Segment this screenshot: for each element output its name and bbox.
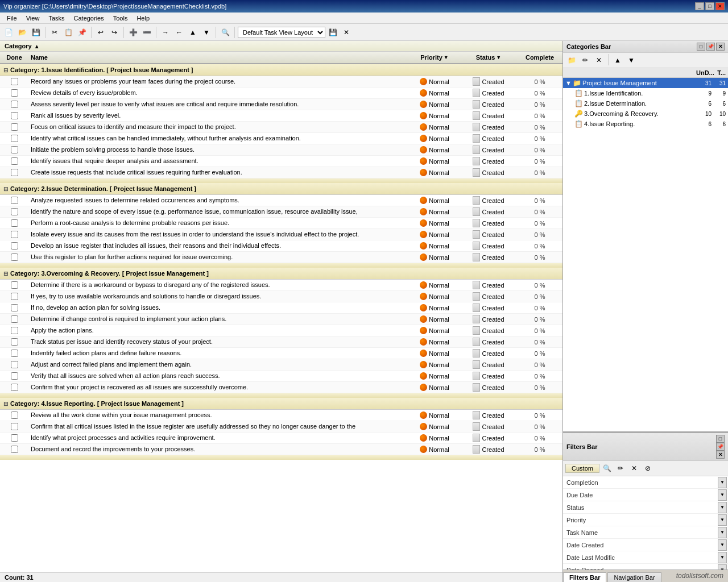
category-row[interactable]: ⊟Category: 2.Issue Determination. [ Proj…: [0, 183, 562, 195]
task-checkbox[interactable]: [11, 384, 18, 391]
task-checkbox-cell[interactable]: [0, 314, 28, 324]
task-checkbox[interactable]: [11, 112, 18, 119]
task-checkbox[interactable]: [11, 89, 18, 97]
layout-save-button[interactable]: 💾: [326, 26, 339, 39]
table-row[interactable]: Adjust and correct failed plans and impl…: [0, 359, 562, 371]
task-checkbox[interactable]: [11, 169, 18, 176]
filter-pin-button[interactable]: 📌: [716, 443, 725, 451]
task-checkbox[interactable]: [11, 304, 18, 311]
task-checkbox[interactable]: [11, 338, 18, 346]
table-row[interactable]: Identify what project processes and acti…: [0, 433, 562, 444]
table-row[interactable]: Create issue requests that include criti…: [0, 167, 562, 178]
close-button[interactable]: ✕: [715, 2, 725, 10]
task-checkbox-cell[interactable]: [0, 134, 28, 143]
task-checkbox-cell[interactable]: [0, 156, 28, 166]
filter-row-dropdown[interactable]: ▼: [718, 527, 727, 538]
menu-file[interactable]: File: [2, 14, 22, 23]
table-row[interactable]: Indentify failed action plans and define…: [0, 348, 562, 359]
filter-row-dropdown[interactable]: ▼: [718, 477, 727, 488]
cat-delete-button[interactable]: ✕: [593, 54, 605, 66]
filter-button[interactable]: 🔍: [219, 26, 231, 39]
table-row[interactable]: Develop an issue register that includes …: [0, 240, 562, 252]
task-checkbox[interactable]: [11, 315, 18, 323]
task-checkbox-cell[interactable]: [0, 360, 28, 369]
table-row[interactable]: Identify what critical issues can be han…: [0, 133, 562, 144]
task-checkbox[interactable]: [11, 361, 18, 368]
task-checkbox-cell[interactable]: [0, 99, 28, 109]
task-checkbox[interactable]: [11, 146, 18, 153]
task-checkbox[interactable]: [11, 231, 18, 238]
filter-apply-button[interactable]: 🔍: [601, 462, 613, 475]
priority-filter-button[interactable]: ▼: [444, 55, 449, 60]
menu-tools[interactable]: Tools: [109, 14, 133, 23]
layout-reset-button[interactable]: ✕: [340, 26, 353, 39]
task-checkbox-cell[interactable]: [0, 218, 28, 228]
status-filter-button[interactable]: ▼: [496, 55, 501, 60]
cat-down-button[interactable]: ▼: [625, 54, 638, 66]
category-tree-item[interactable]: 📋 2.Issue Determination. 6 6: [563, 98, 728, 109]
move-up-button[interactable]: ▲: [187, 26, 199, 39]
table-row[interactable]: Confirm that your project is recovered a…: [0, 382, 562, 393]
task-checkbox-cell[interactable]: [0, 77, 28, 86]
filter-name-button[interactable]: Custom: [565, 464, 599, 473]
table-row[interactable]: Review details of every issue/problem. N…: [0, 88, 562, 99]
filter-row-dropdown[interactable]: ▼: [718, 552, 727, 563]
category-row[interactable]: ⊟Category: 4.Issue Reporting. [ Project …: [0, 398, 562, 410]
category-sort-bar[interactable]: Category ▲: [0, 41, 562, 52]
category-tree-item[interactable]: ▼ 📁 Project Issue Management 31 31: [563, 78, 728, 88]
task-checkbox[interactable]: [11, 123, 18, 131]
table-row[interactable]: Track status per issue and identify reco…: [0, 336, 562, 348]
table-row[interactable]: Isolate every issue and its causes from …: [0, 229, 562, 240]
panel-restore-button[interactable]: □: [697, 43, 705, 51]
table-row[interactable]: Determine if change control is required …: [0, 314, 562, 325]
new-button[interactable]: 📄: [2, 26, 15, 39]
category-tree-item[interactable]: 🔑 3.Overcoming & Recovery. 10 10: [563, 109, 728, 119]
filter-clear-button[interactable]: ⊘: [642, 462, 654, 475]
task-checkbox-cell[interactable]: [0, 207, 28, 217]
cut-button[interactable]: ✂: [48, 26, 61, 39]
task-checkbox[interactable]: [11, 78, 18, 85]
menu-help[interactable]: Help: [132, 14, 154, 23]
task-checkbox[interactable]: [11, 101, 18, 108]
table-row[interactable]: Identify issues that require deeper anal…: [0, 156, 562, 167]
task-checkbox-cell[interactable]: [0, 410, 28, 420]
open-button[interactable]: 📂: [16, 26, 28, 39]
task-checkbox-cell[interactable]: [0, 444, 28, 454]
task-checkbox[interactable]: [11, 446, 18, 453]
table-row[interactable]: Rank all issues by severity level. Norma…: [0, 110, 562, 122]
task-checkbox-cell[interactable]: [0, 422, 28, 431]
indent-button[interactable]: →: [159, 26, 172, 39]
layout-dropdown[interactable]: Default Task View Layout: [238, 27, 325, 38]
table-row[interactable]: Determine if there is a workaround or by…: [0, 280, 562, 291]
task-checkbox-cell[interactable]: [0, 303, 28, 313]
task-checkbox[interactable]: [11, 293, 18, 300]
filter-close-button[interactable]: ✕: [716, 451, 725, 459]
redo-button[interactable]: ↪: [108, 26, 121, 39]
move-down-button[interactable]: ▼: [200, 26, 213, 39]
task-checkbox[interactable]: [11, 372, 18, 380]
category-row[interactable]: ⊟Category: 3.Overcoming & Recovery. [ Pr…: [0, 268, 562, 280]
task-checkbox-cell[interactable]: [0, 371, 28, 381]
table-row[interactable]: Identify the nature and scope of every i…: [0, 206, 562, 218]
minimize-button[interactable]: _: [695, 2, 704, 10]
table-row[interactable]: Initiate the problem solving process to …: [0, 144, 562, 156]
save-button[interactable]: 💾: [30, 26, 42, 39]
menu-tasks[interactable]: Tasks: [44, 14, 69, 23]
table-row[interactable]: Review all the work done within your iss…: [0, 410, 562, 421]
filter-row-dropdown[interactable]: ▼: [718, 514, 727, 526]
cat-add-button[interactable]: 📁: [565, 54, 578, 66]
cat-up-button[interactable]: ▲: [611, 54, 624, 66]
tab-filters-bar[interactable]: Filters Bar: [563, 572, 606, 582]
cat-edit-button[interactable]: ✏: [579, 54, 592, 66]
add-task-button[interactable]: ➕: [127, 26, 139, 39]
outdent-button[interactable]: ←: [173, 26, 185, 39]
table-row[interactable]: Confirm that all critical issues listed …: [0, 421, 562, 433]
task-checkbox-cell[interactable]: [0, 196, 28, 205]
task-checkbox[interactable]: [11, 350, 18, 357]
task-checkbox[interactable]: [11, 434, 18, 442]
task-checkbox[interactable]: [11, 281, 18, 289]
table-row[interactable]: Document and record the improvements to …: [0, 444, 562, 455]
task-checkbox[interactable]: [11, 423, 18, 430]
task-checkbox-cell[interactable]: [0, 145, 28, 155]
panel-close-button[interactable]: ✕: [716, 43, 725, 51]
